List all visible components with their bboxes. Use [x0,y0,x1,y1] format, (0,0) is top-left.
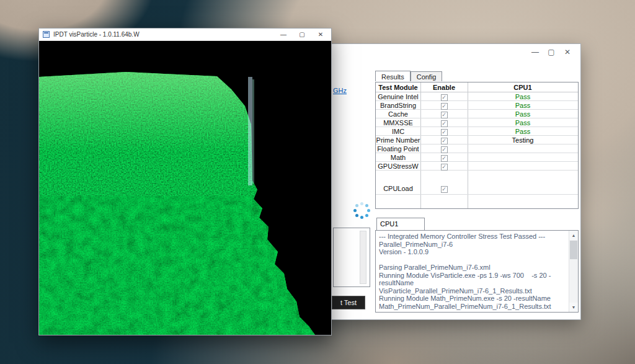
table-row: MMXSSE✓Pass [376,118,578,127]
table-row: Prime Number✓Testing [376,136,578,144]
module-status: Pass [468,118,578,127]
module-status: Testing [468,136,578,144]
enable-cell: ✓ [420,92,468,100]
test-module-table-body: Genuine Intel✓PassBrandString✓PassCache✓… [376,92,578,195]
table-row: CPULoad✓ [376,182,578,195]
module-status [468,182,578,194]
enable-cell: ✓ [420,162,468,170]
cpu-frequency-link[interactable]: GHz [333,87,347,94]
enable-checkbox[interactable]: ✓ [441,138,448,144]
module-name: Cache [376,110,420,118]
minimize-button[interactable]: — [274,29,293,41]
visparticle-titlebar[interactable]: IPDT visParticle - 1.0.11.64b.W — ▢ ✕ [39,29,331,41]
enable-cell: ✓ [420,101,468,109]
tab-config[interactable]: Config [411,71,443,81]
test-module-table: Test Module Enable CPU1 Genuine Intel✓Pa… [375,82,579,209]
module-status: Pass [468,127,578,135]
particle-render-viewport [39,41,331,335]
table-row: BrandString✓Pass [376,101,578,110]
module-name: BrandString [376,101,420,109]
table-row: Math✓ [376,153,578,162]
enable-checkbox[interactable]: ✓ [441,112,448,118]
module-name: Math [376,153,420,161]
table-row: GPUStressW✓ [376,162,578,171]
enable-checkbox[interactable]: ✓ [441,186,448,193]
tab-results[interactable]: Results [375,71,411,81]
results-config-tabs: Results Config [375,71,442,81]
list-scrollbar[interactable] [360,231,366,284]
table-row: Genuine Intel✓Pass [376,92,578,101]
enable-checkbox[interactable]: ✓ [441,146,448,153]
ipdt-main-window: — ▢ ✕ GHz Results Config Test Module Ena… [325,43,581,320]
log-scrollbar[interactable]: ▲ ▼ [569,231,578,312]
maximize-button[interactable]: ▢ [543,46,559,58]
visparticle-window: IPDT visParticle - 1.0.11.64b.W — ▢ ✕ [38,28,332,335]
enable-checkbox[interactable]: ✓ [441,164,448,171]
enable-checkbox[interactable]: ✓ [441,103,448,110]
table-header-row: Test Module Enable CPU1 [376,82,578,92]
cpu1-group-label: CPU1 [376,218,425,231]
enable-cell: ✓ [420,118,468,127]
close-button[interactable]: ✕ [559,46,575,58]
close-button[interactable]: ✕ [311,29,330,41]
table-row: Cache✓Pass [376,110,578,118]
scroll-down-icon[interactable]: ▼ [569,303,578,312]
module-status [468,162,578,170]
main-window-titlebar[interactable]: — ▢ ✕ [326,44,580,63]
module-name: MMXSSE [376,118,420,127]
enable-cell: ✓ [420,182,468,194]
enable-cell: ✓ [420,136,468,144]
window-title: IPDT visParticle - 1.0.11.64b.W [53,29,140,40]
table-row: IMC✓Pass [376,127,578,136]
loading-spinner-icon [352,200,371,220]
module-status [468,144,578,153]
module-status [468,153,578,161]
module-status: Pass [468,110,578,118]
minimize-button[interactable]: — [527,46,543,58]
table-row-spacer [376,171,578,182]
module-name: Genuine Intel [376,92,420,100]
module-status: Pass [468,101,578,109]
module-name: Floating Point [376,144,420,153]
maximize-button[interactable]: ▢ [293,29,311,41]
cpu1-log[interactable]: --- Integrated Memory Controller Stress … [379,233,567,310]
abort-test-button[interactable]: t Test [332,296,365,309]
enable-checkbox[interactable]: ✓ [441,155,448,162]
enable-cell: ✓ [420,127,468,135]
module-name: GPUStressW [376,162,420,170]
enable-checkbox[interactable]: ✓ [441,94,448,101]
green-particle-cube [39,41,331,335]
enable-checkbox[interactable]: ✓ [441,120,448,127]
scrollbar-thumb[interactable] [570,241,577,259]
enable-cell: ✓ [420,153,468,161]
header-cpu1: CPU1 [468,82,578,92]
header-test-module: Test Module [376,82,420,92]
app-icon [43,31,50,38]
table-row: Floating Point✓ [376,144,578,153]
module-name: IMC [376,127,420,135]
module-status: Pass [468,92,578,100]
partially-visible-list[interactable] [333,228,370,287]
enable-cell: ✓ [420,144,468,153]
module-name: Prime Number [376,136,420,144]
enable-checkbox[interactable]: ✓ [441,129,448,136]
scroll-up-icon[interactable]: ▲ [569,231,578,240]
enable-cell: ✓ [420,110,468,118]
module-name: CPULoad [376,182,420,194]
header-enable: Enable [420,82,468,92]
cpu1-log-box: --- Integrated Memory Controller Stress … [375,230,579,313]
